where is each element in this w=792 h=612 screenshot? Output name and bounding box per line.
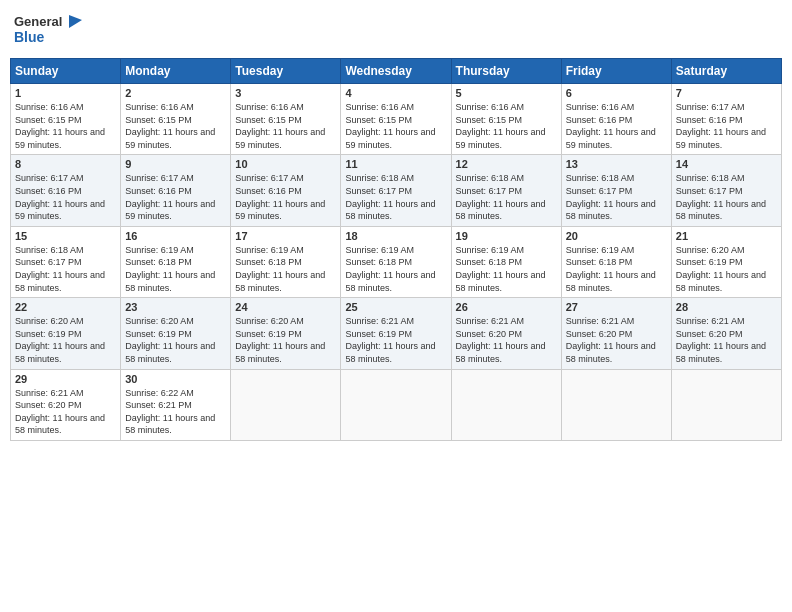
calendar-cell: 8 Sunrise: 6:17 AM Sunset: 6:16 PM Dayli…: [11, 155, 121, 226]
day-info: Sunrise: 6:21 AM Sunset: 6:20 PM Dayligh…: [15, 387, 116, 437]
calendar-week-row: 15 Sunrise: 6:18 AM Sunset: 6:17 PM Dayl…: [11, 226, 782, 297]
calendar-cell: [341, 369, 451, 440]
weekday-header: Sunday: [11, 59, 121, 84]
day-info: Sunrise: 6:17 AM Sunset: 6:16 PM Dayligh…: [676, 101, 777, 151]
day-number: 6: [566, 87, 667, 99]
calendar-cell: [451, 369, 561, 440]
calendar-cell: 2 Sunrise: 6:16 AM Sunset: 6:15 PM Dayli…: [121, 84, 231, 155]
day-number: 22: [15, 301, 116, 313]
day-number: 14: [676, 158, 777, 170]
calendar-cell: 26 Sunrise: 6:21 AM Sunset: 6:20 PM Dayl…: [451, 298, 561, 369]
day-number: 16: [125, 230, 226, 242]
calendar-cell: [671, 369, 781, 440]
day-number: 19: [456, 230, 557, 242]
calendar-cell: 23 Sunrise: 6:20 AM Sunset: 6:19 PM Dayl…: [121, 298, 231, 369]
day-number: 26: [456, 301, 557, 313]
calendar-cell: 11 Sunrise: 6:18 AM Sunset: 6:17 PM Dayl…: [341, 155, 451, 226]
calendar-cell: 19 Sunrise: 6:19 AM Sunset: 6:18 PM Dayl…: [451, 226, 561, 297]
day-number: 20: [566, 230, 667, 242]
day-number: 24: [235, 301, 336, 313]
day-info: Sunrise: 6:16 AM Sunset: 6:15 PM Dayligh…: [456, 101, 557, 151]
calendar-cell: 4 Sunrise: 6:16 AM Sunset: 6:15 PM Dayli…: [341, 84, 451, 155]
day-number: 8: [15, 158, 116, 170]
weekday-header: Saturday: [671, 59, 781, 84]
calendar-cell: 18 Sunrise: 6:19 AM Sunset: 6:18 PM Dayl…: [341, 226, 451, 297]
calendar-week-row: 29 Sunrise: 6:21 AM Sunset: 6:20 PM Dayl…: [11, 369, 782, 440]
day-info: Sunrise: 6:17 AM Sunset: 6:16 PM Dayligh…: [235, 172, 336, 222]
day-info: Sunrise: 6:21 AM Sunset: 6:20 PM Dayligh…: [566, 315, 667, 365]
calendar-cell: 1 Sunrise: 6:16 AM Sunset: 6:15 PM Dayli…: [11, 84, 121, 155]
calendar-cell: 6 Sunrise: 6:16 AM Sunset: 6:16 PM Dayli…: [561, 84, 671, 155]
calendar-table: SundayMondayTuesdayWednesdayThursdayFrid…: [10, 58, 782, 441]
svg-text:General: General: [14, 14, 62, 29]
day-info: Sunrise: 6:18 AM Sunset: 6:17 PM Dayligh…: [456, 172, 557, 222]
day-info: Sunrise: 6:19 AM Sunset: 6:18 PM Dayligh…: [345, 244, 446, 294]
day-info: Sunrise: 6:22 AM Sunset: 6:21 PM Dayligh…: [125, 387, 226, 437]
calendar-header-row: SundayMondayTuesdayWednesdayThursdayFrid…: [11, 59, 782, 84]
day-info: Sunrise: 6:21 AM Sunset: 6:19 PM Dayligh…: [345, 315, 446, 365]
day-info: Sunrise: 6:18 AM Sunset: 6:17 PM Dayligh…: [345, 172, 446, 222]
calendar-cell: 24 Sunrise: 6:20 AM Sunset: 6:19 PM Dayl…: [231, 298, 341, 369]
day-info: Sunrise: 6:19 AM Sunset: 6:18 PM Dayligh…: [566, 244, 667, 294]
day-number: 12: [456, 158, 557, 170]
svg-text:Blue: Blue: [14, 29, 45, 45]
weekday-header: Tuesday: [231, 59, 341, 84]
day-number: 11: [345, 158, 446, 170]
day-number: 2: [125, 87, 226, 99]
calendar-cell: 25 Sunrise: 6:21 AM Sunset: 6:19 PM Dayl…: [341, 298, 451, 369]
day-info: Sunrise: 6:17 AM Sunset: 6:16 PM Dayligh…: [15, 172, 116, 222]
day-info: Sunrise: 6:21 AM Sunset: 6:20 PM Dayligh…: [676, 315, 777, 365]
day-info: Sunrise: 6:20 AM Sunset: 6:19 PM Dayligh…: [676, 244, 777, 294]
day-info: Sunrise: 6:19 AM Sunset: 6:18 PM Dayligh…: [125, 244, 226, 294]
logo: General Blue: [14, 10, 84, 50]
day-info: Sunrise: 6:16 AM Sunset: 6:15 PM Dayligh…: [15, 101, 116, 151]
day-number: 17: [235, 230, 336, 242]
day-number: 1: [15, 87, 116, 99]
day-info: Sunrise: 6:21 AM Sunset: 6:20 PM Dayligh…: [456, 315, 557, 365]
calendar-cell: 30 Sunrise: 6:22 AM Sunset: 6:21 PM Dayl…: [121, 369, 231, 440]
day-number: 18: [345, 230, 446, 242]
day-info: Sunrise: 6:16 AM Sunset: 6:15 PM Dayligh…: [125, 101, 226, 151]
day-info: Sunrise: 6:20 AM Sunset: 6:19 PM Dayligh…: [15, 315, 116, 365]
calendar-body: 1 Sunrise: 6:16 AM Sunset: 6:15 PM Dayli…: [11, 84, 782, 441]
day-info: Sunrise: 6:19 AM Sunset: 6:18 PM Dayligh…: [456, 244, 557, 294]
logo-svg: General Blue: [14, 10, 84, 50]
calendar-cell: 28 Sunrise: 6:21 AM Sunset: 6:20 PM Dayl…: [671, 298, 781, 369]
day-number: 25: [345, 301, 446, 313]
day-number: 29: [15, 373, 116, 385]
day-info: Sunrise: 6:18 AM Sunset: 6:17 PM Dayligh…: [566, 172, 667, 222]
weekday-header: Monday: [121, 59, 231, 84]
calendar-cell: 3 Sunrise: 6:16 AM Sunset: 6:15 PM Dayli…: [231, 84, 341, 155]
calendar-cell: 14 Sunrise: 6:18 AM Sunset: 6:17 PM Dayl…: [671, 155, 781, 226]
day-info: Sunrise: 6:20 AM Sunset: 6:19 PM Dayligh…: [125, 315, 226, 365]
day-number: 23: [125, 301, 226, 313]
day-info: Sunrise: 6:18 AM Sunset: 6:17 PM Dayligh…: [15, 244, 116, 294]
day-number: 15: [15, 230, 116, 242]
calendar-week-row: 8 Sunrise: 6:17 AM Sunset: 6:16 PM Dayli…: [11, 155, 782, 226]
calendar-week-row: 22 Sunrise: 6:20 AM Sunset: 6:19 PM Dayl…: [11, 298, 782, 369]
svg-marker-2: [69, 15, 82, 28]
day-number: 21: [676, 230, 777, 242]
day-info: Sunrise: 6:16 AM Sunset: 6:15 PM Dayligh…: [345, 101, 446, 151]
calendar-cell: 15 Sunrise: 6:18 AM Sunset: 6:17 PM Dayl…: [11, 226, 121, 297]
calendar-cell: 12 Sunrise: 6:18 AM Sunset: 6:17 PM Dayl…: [451, 155, 561, 226]
day-number: 5: [456, 87, 557, 99]
day-info: Sunrise: 6:18 AM Sunset: 6:17 PM Dayligh…: [676, 172, 777, 222]
calendar-cell: 5 Sunrise: 6:16 AM Sunset: 6:15 PM Dayli…: [451, 84, 561, 155]
calendar-cell: 13 Sunrise: 6:18 AM Sunset: 6:17 PM Dayl…: [561, 155, 671, 226]
calendar-cell: 21 Sunrise: 6:20 AM Sunset: 6:19 PM Dayl…: [671, 226, 781, 297]
day-number: 28: [676, 301, 777, 313]
calendar-cell: 7 Sunrise: 6:17 AM Sunset: 6:16 PM Dayli…: [671, 84, 781, 155]
calendar-cell: 29 Sunrise: 6:21 AM Sunset: 6:20 PM Dayl…: [11, 369, 121, 440]
weekday-header: Thursday: [451, 59, 561, 84]
weekday-header: Wednesday: [341, 59, 451, 84]
day-number: 7: [676, 87, 777, 99]
day-number: 4: [345, 87, 446, 99]
weekday-header: Friday: [561, 59, 671, 84]
day-info: Sunrise: 6:20 AM Sunset: 6:19 PM Dayligh…: [235, 315, 336, 365]
calendar-cell: [561, 369, 671, 440]
calendar-cell: 9 Sunrise: 6:17 AM Sunset: 6:16 PM Dayli…: [121, 155, 231, 226]
header: General Blue: [10, 10, 782, 50]
day-number: 10: [235, 158, 336, 170]
day-info: Sunrise: 6:16 AM Sunset: 6:15 PM Dayligh…: [235, 101, 336, 151]
